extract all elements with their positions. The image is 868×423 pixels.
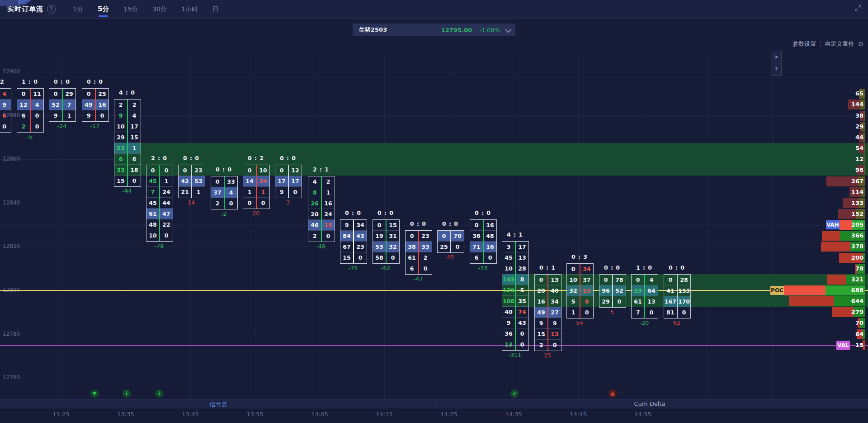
bid-volume: 1 [567, 307, 580, 318]
ask-volume: 16 [322, 198, 335, 209]
price-axis-label: 12840 [3, 200, 20, 206]
delta-label: -75 [335, 265, 371, 271]
bid-volume: 2 [211, 198, 224, 209]
signal-arrow-down-icon[interactable]: ↓ [155, 390, 163, 398]
ask-volume: 23 [580, 285, 593, 296]
tab-1min[interactable]: 1分 [73, 0, 83, 18]
ask-volume: 8 [580, 296, 593, 307]
footprint-column: 023383361260 [405, 230, 432, 275]
price-gridline [0, 247, 868, 247]
bid-volume: 0 [17, 89, 30, 100]
bid-volume: 6 [406, 263, 418, 274]
delta-label: 5 [594, 309, 630, 315]
bid-volume: 10 [567, 275, 580, 285]
side-buttons: > ? [771, 51, 782, 76]
time-axis-label: 14:25 [440, 411, 457, 418]
delta-label: -24 [44, 123, 80, 129]
tab-5min[interactable]: 5分 [98, 0, 109, 18]
ask-volume: 78 [613, 275, 626, 285]
collapse-panel-button[interactable]: > [771, 51, 782, 63]
bid-volume: 6 [114, 154, 127, 165]
ask-volume: 34 [580, 264, 593, 275]
ask-volume: 7 [63, 100, 75, 110]
price-axis-label: 12760 [3, 374, 20, 380]
help-icon[interactable]: ? [47, 5, 56, 14]
tab-15min[interactable]: 15分 [123, 0, 138, 18]
profile-sell-bar [789, 296, 834, 306]
gear-icon[interactable]: ⊙ [858, 40, 863, 48]
profile-value: 54 [855, 143, 863, 153]
instrument-name: 生猪2503 [359, 26, 387, 34]
param-settings-link[interactable]: 参数设置 [793, 40, 816, 48]
ask-volume: 24 [160, 187, 173, 198]
signal-arrow-down-left-icon[interactable]: ↙ [510, 390, 519, 398]
cumdelta-pane-label[interactable]: Cum Delta [634, 400, 665, 407]
time-axis-label: 14:15 [376, 411, 392, 418]
ask-volume: 33 [225, 176, 237, 187]
bid-volume: 84 [340, 231, 353, 242]
profile-sell-bar [821, 242, 850, 252]
tab-day[interactable]: 日 [212, 0, 219, 18]
panel-help-button[interactable]: ? [771, 63, 782, 76]
footprint-chart[interactable]: 1290012880128601284012820128001278012760… [0, 0, 868, 423]
interval-tabs: 1分 5分 15分 30分 1小时 日 [66, 0, 226, 18]
custom-volume-link[interactable]: 自定义量价 [825, 40, 854, 48]
ask-volume: 13 [645, 296, 658, 307]
bid-volume: 0 [82, 89, 95, 100]
bid-volume: 12 [17, 100, 30, 110]
footprint-header: 0 : 1 [527, 264, 568, 271]
delta-label: -20 [626, 319, 662, 326]
footprint-center-line [321, 176, 322, 242]
footprint-header: 4 : 1 [495, 231, 535, 238]
delta-label: -94 [109, 188, 145, 195]
signal-arrow-down-icon[interactable]: ↓ [123, 390, 131, 398]
ask-volume: 15 [322, 220, 335, 231]
tab-1hour[interactable]: 1小时 [181, 0, 198, 18]
bid-volume: 15 [340, 252, 353, 263]
ask-volume: 17 [289, 176, 302, 187]
ask-volume: 16 [484, 220, 496, 231]
profile-sell-bar [822, 231, 840, 241]
instrument-selector[interactable]: 生猪2503 12795.00 -1.08% [353, 24, 515, 36]
footprint-center-line [580, 264, 580, 318]
bid-volume: 81 [664, 307, 677, 318]
footprint-center-line [95, 89, 96, 121]
corner-ribbon-icon [18, 0, 32, 5]
footprint-center-line [386, 220, 387, 263]
bid-volume: 67 [340, 242, 353, 252]
signal-pane-label[interactable]: 信号点 [210, 400, 227, 409]
footprint-column: 93484436723150 [340, 219, 367, 264]
fullscreen-icon[interactable] [854, 5, 862, 14]
signal-triangle-down-icon[interactable]: ▼ [90, 390, 99, 398]
time-axis-label: 11:25 [52, 411, 69, 418]
ask-volume: 4 [225, 187, 237, 198]
bid-volume: 10 [114, 121, 127, 132]
price-gridline [0, 334, 868, 334]
ask-volume: 0 [548, 340, 561, 351]
instrument-change: -1.08% [479, 27, 500, 33]
profile-value: 688 [851, 285, 863, 295]
delta-label: -33 [465, 265, 501, 271]
footprint-column: 02841153167170810 [664, 274, 691, 318]
ask-volume: 8 [516, 274, 528, 285]
footprint-center-line [191, 165, 192, 198]
profile-value: 144 [851, 100, 863, 109]
profile-value: 378 [851, 242, 863, 252]
bid-volume: 96 [599, 285, 612, 296]
signal-triangle-up-icon[interactable]: ▲ [609, 390, 617, 398]
footprint-column: 01519315332580 [373, 219, 400, 264]
bid-volume: 0 [535, 275, 547, 285]
footprint-center-line [644, 275, 645, 318]
ask-volume: 0 [419, 263, 432, 274]
profile-value: 279 [851, 307, 863, 317]
ask-volume: 6 [0, 110, 11, 121]
bid-volume: 0 [664, 275, 677, 285]
ask-volume: 0 [160, 230, 173, 241]
bid-volume: 32 [567, 285, 580, 296]
delta-label: 25 [529, 352, 566, 359]
tab-30min[interactable]: 30分 [152, 0, 167, 18]
bid-volume: 71 [470, 242, 483, 252]
ask-volume: 5 [516, 285, 528, 296]
bid-volume: 61 [146, 209, 159, 219]
ask-volume: 24 [257, 176, 269, 187]
